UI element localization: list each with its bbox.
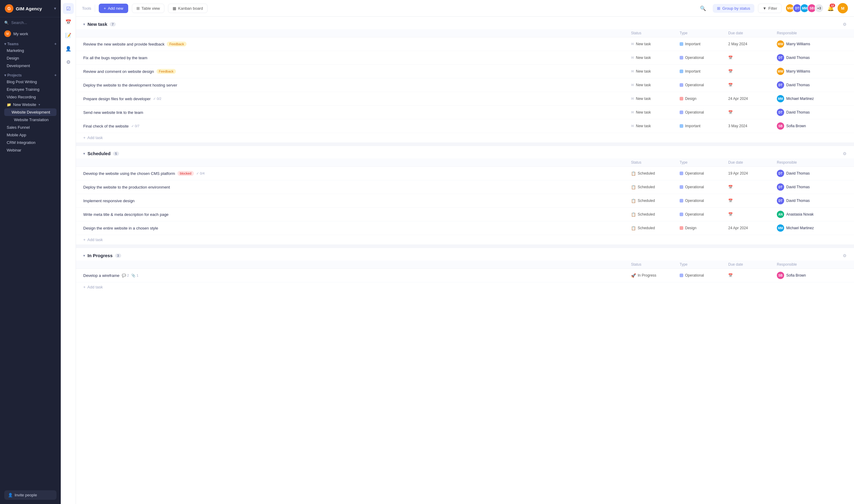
status-cell: ✉ New task xyxy=(631,96,680,101)
calendar-icon: 📅 xyxy=(728,69,733,73)
mobile-app-label: Mobile App xyxy=(7,133,26,137)
sidebar-item-video-recording[interactable]: Video Recording xyxy=(4,93,56,101)
search-button[interactable]: 🔍 xyxy=(697,3,709,13)
attachment-indicator: 📎 1 xyxy=(131,273,138,277)
kanban-board-button[interactable]: ▦ Kanban board xyxy=(168,4,208,13)
video-recording-label: Video Recording xyxy=(7,95,36,99)
add-task-button-scheduled[interactable]: + Add task xyxy=(76,235,854,245)
type-label: Design xyxy=(685,226,696,230)
type-dot xyxy=(680,56,683,59)
type-dot xyxy=(680,213,683,216)
app-logo[interactable]: G GIM Agency ▾ xyxy=(0,0,61,17)
task-name[interactable]: Develop the website using the chosen CMS… xyxy=(83,171,631,176)
task-name[interactable]: Final check of the website ✓ 0/7 xyxy=(83,124,631,128)
new-task-settings-icon[interactable]: ⚙ xyxy=(843,22,847,27)
table-row: Send new website link to the team ✉ New … xyxy=(76,106,854,119)
responsible-cell: DT David Thomas xyxy=(777,109,838,116)
due-cell: 24 Apr 2024 xyxy=(728,96,777,101)
task-name[interactable]: Develop a wireframe 💬 2 📎 1 xyxy=(83,273,631,278)
calendar-icon[interactable]: 📅 xyxy=(63,16,74,27)
type-dot xyxy=(680,199,683,202)
filter-button[interactable]: ▼ Filter xyxy=(758,4,782,13)
responsible-name: David Thomas xyxy=(786,83,809,87)
responsible-avatar: MM xyxy=(777,95,784,102)
task-name[interactable]: Review and comment on website design Fee… xyxy=(83,69,631,74)
sidebar-item-crm-integration[interactable]: CRM Integration xyxy=(4,139,56,146)
contacts-icon[interactable]: 👤 xyxy=(63,43,74,54)
user-avatar-button[interactable]: M xyxy=(838,3,848,13)
type-cell: Operational xyxy=(680,273,728,277)
marketing-label: Marketing xyxy=(7,48,24,53)
add-task-button-in-progress[interactable]: + Add task xyxy=(76,282,854,292)
type-dot xyxy=(680,42,683,46)
responsible-name: Sofia Brown xyxy=(786,124,806,128)
notes-icon[interactable]: 📝 xyxy=(63,30,74,41)
task-name[interactable]: Prepare design files for web developer ✓… xyxy=(83,96,631,101)
due-cell: 24 Apr 2024 xyxy=(728,226,777,230)
status-cell: 📋 Scheduled xyxy=(631,199,680,203)
development-label: Development xyxy=(7,64,30,68)
add-new-button[interactable]: + Add new xyxy=(99,4,128,13)
sidebar-item-website-translation[interactable]: Website Translation xyxy=(4,116,56,124)
my-work-item[interactable]: M My work xyxy=(0,28,61,39)
type-dot xyxy=(680,70,683,73)
type-cell: Important xyxy=(680,69,728,73)
task-name[interactable]: Implement responsive design xyxy=(83,199,631,203)
type-dot xyxy=(680,185,683,189)
section-divider xyxy=(76,245,854,248)
add-task-button-new[interactable]: + Add task xyxy=(76,133,854,142)
sidebar-item-development[interactable]: Development xyxy=(4,62,56,70)
task-name[interactable]: Design the entire website in a chosen st… xyxy=(83,226,631,231)
responsible-avatar: DT xyxy=(777,82,784,89)
user-avatar: M xyxy=(4,30,11,37)
settings-icon[interactable]: ⚙ xyxy=(63,56,74,67)
task-name[interactable]: Send new website link to the team xyxy=(83,110,631,115)
due-cell: 19 Apr 2024 xyxy=(728,171,777,176)
scheduled-section-header: ▾ Scheduled 5 ⚙ xyxy=(76,146,854,159)
invite-people-button[interactable]: 👤 Invite people xyxy=(4,490,56,500)
envelope-icon: ✉ xyxy=(631,42,634,46)
col-header-status: Status xyxy=(631,160,680,165)
type-dot xyxy=(680,110,683,114)
sidebar-item-sales-funnel[interactable]: Sales Funnel xyxy=(4,124,56,131)
subtask-indicator: ✓ 0/7 xyxy=(131,124,139,128)
add-project-icon[interactable]: + xyxy=(54,73,56,77)
status-cell: 📋 Scheduled xyxy=(631,171,680,176)
task-name[interactable]: Write meta title & meta description for … xyxy=(83,212,631,217)
teams-section-header[interactable]: ▾ Teams + xyxy=(4,42,56,46)
in-progress-settings-icon[interactable]: ⚙ xyxy=(843,253,847,258)
sidebar-item-employee-training[interactable]: Employee Training xyxy=(4,86,56,93)
task-title: Review and comment on website design xyxy=(83,69,154,74)
add-team-icon[interactable]: + xyxy=(54,42,56,46)
status-label: Scheduled xyxy=(638,226,655,230)
responsible-cell: MM Michael Martinez xyxy=(777,224,838,232)
scheduled-settings-icon[interactable]: ⚙ xyxy=(843,151,847,156)
sidebar-item-website-development[interactable]: Website Development xyxy=(4,108,56,116)
envelope-icon: ✉ xyxy=(631,69,634,73)
type-cell: Important xyxy=(680,42,728,46)
sidebar-item-mobile-app[interactable]: Mobile App xyxy=(4,131,56,139)
task-name[interactable]: Deploy the website to the production env… xyxy=(83,185,631,190)
task-name[interactable]: Fix all the bugs reported by the team xyxy=(83,56,631,60)
in-progress-toggle[interactable]: ▾ xyxy=(83,253,85,258)
sidebar-item-marketing[interactable]: Marketing xyxy=(4,47,56,54)
task-name[interactable]: Deploy the website to the development ho… xyxy=(83,83,631,87)
sidebar-item-design[interactable]: Design xyxy=(4,54,56,62)
webinar-label: Webinar xyxy=(7,148,21,152)
sidebar-item-blog-post-writing[interactable]: Blog Post Writing xyxy=(4,78,56,86)
search-bar[interactable]: 🔍 Search... xyxy=(0,17,61,28)
projects-section-header[interactable]: ▾ Projects + xyxy=(4,73,56,77)
group-by-status-button[interactable]: ⊞ Group by status xyxy=(713,4,754,13)
status-label: Scheduled xyxy=(638,171,655,176)
status-cell: 📋 Scheduled xyxy=(631,185,680,190)
task-name[interactable]: Review the new website and provide feedb… xyxy=(83,41,631,47)
table-view-button[interactable]: ⊞ Table view xyxy=(132,4,165,13)
notification-button[interactable]: 🔔 12 xyxy=(827,5,834,12)
responsible-name: David Thomas xyxy=(786,199,809,203)
col-header-type: Type xyxy=(680,160,728,165)
new-task-toggle[interactable]: ▾ xyxy=(83,22,85,26)
tasks-icon[interactable]: ☑ xyxy=(63,3,74,14)
scheduled-toggle[interactable]: ▾ xyxy=(83,151,85,156)
sidebar-item-new-website[interactable]: 📁 New Website ▾ xyxy=(4,101,56,108)
sidebar-item-webinar[interactable]: Webinar xyxy=(4,146,56,154)
